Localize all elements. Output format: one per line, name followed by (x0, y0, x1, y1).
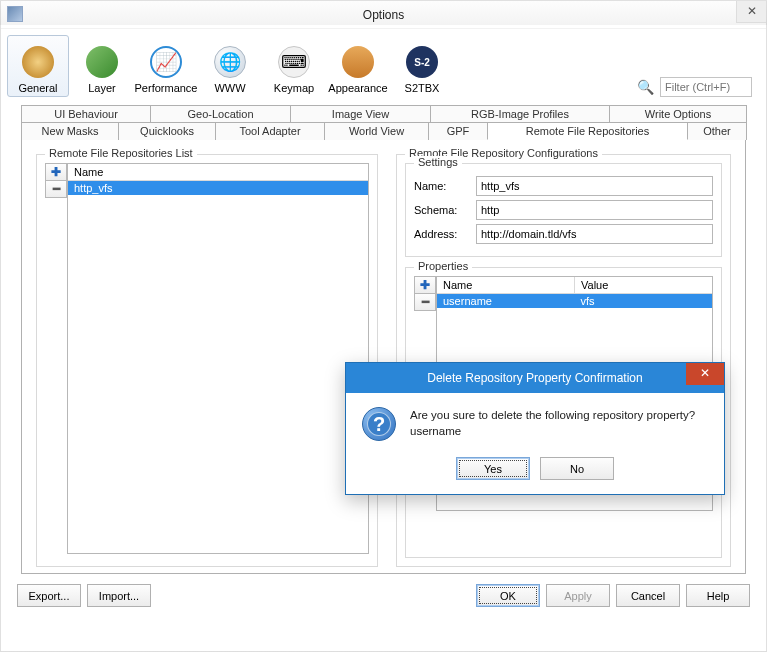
repo-remove-button[interactable]: ━ (45, 180, 67, 198)
repo-list-btns: ✚ ━ (45, 163, 67, 197)
repo-list-group: Remote File Repositories List ✚ ━ Name h… (36, 154, 378, 567)
ribbon-tab-keymap[interactable]: ⌨ Keymap (263, 35, 325, 97)
input-schema[interactable] (476, 200, 713, 220)
gear-icon (22, 46, 54, 78)
tab-ui-behaviour[interactable]: UI Behaviour (21, 105, 151, 122)
keyboard-icon: ⌨ (278, 46, 310, 78)
question-icon (362, 407, 396, 441)
prop-col-headers: Name Value (437, 277, 712, 294)
cancel-button[interactable]: Cancel (616, 584, 680, 607)
tab-row-2: New Masks Quicklooks Tool Adapter World … (21, 122, 746, 140)
prop-add-button[interactable]: ✚ (414, 276, 436, 294)
prop-name-cell: username (437, 294, 575, 308)
tab-remote-file-repositories[interactable]: Remote File Repositories (487, 122, 688, 140)
ribbon-label: General (18, 82, 57, 94)
tab-new-masks[interactable]: New Masks (21, 122, 119, 140)
confirm-dialog: Delete Repository Property Confirmation … (345, 362, 725, 495)
repo-list-legend: Remote File Repositories List (45, 147, 197, 159)
help-button[interactable]: Help (686, 584, 750, 607)
row-address: Address: (414, 224, 713, 244)
ribbon-tab-www[interactable]: 🌐 WWW (199, 35, 261, 97)
dialog-text: Are you sure to delete the following rep… (410, 407, 695, 439)
ribbon: General Layer 📈 Performance 🌐 WWW ⌨ Keym… (1, 29, 766, 99)
globe-icon: 🌐 (214, 46, 246, 78)
ribbon-label: Appearance (328, 82, 387, 94)
dialog-message: Are you sure to delete the following rep… (410, 407, 695, 423)
repo-config-group: Remote File Repository Configurations Se… (396, 154, 731, 567)
performance-icon: 📈 (150, 46, 182, 78)
dialog-buttons: Yes No (346, 447, 724, 494)
settings-group: Settings Name: Schema: Address: (405, 163, 722, 257)
dialog-title: Delete Repository Property Confirmation … (346, 363, 724, 393)
ribbon-tab-s2tbx[interactable]: S-2 S2TBX (391, 35, 453, 97)
repo-list-wrap: ✚ ━ Name http_vfs (45, 163, 369, 554)
options-window: Options ✕ General Layer 📈 Performance 🌐 … (0, 0, 767, 652)
dialog-title-text: Delete Repository Property Confirmation (427, 371, 642, 385)
dialog-no-button[interactable]: No (540, 457, 614, 480)
import-button[interactable]: Import... (87, 584, 151, 607)
tab-geo-location[interactable]: Geo-Location (150, 105, 291, 122)
repo-col-headers: Name (68, 164, 368, 181)
tab-world-view[interactable]: World View (324, 122, 429, 140)
prop-remove-button[interactable]: ━ (414, 293, 436, 311)
appearance-icon (342, 46, 374, 78)
ribbon-tab-performance[interactable]: 📈 Performance (135, 35, 197, 97)
filter-input[interactable] (660, 77, 752, 97)
apply-button[interactable]: Apply (546, 584, 610, 607)
prop-value-cell: vfs (575, 294, 713, 308)
right-pane: Remote File Repository Configurations Se… (396, 154, 731, 567)
ribbon-tab-layer[interactable]: Layer (71, 35, 133, 97)
ribbon-label: Performance (135, 82, 198, 94)
search-icon: 🔍 (637, 79, 654, 95)
window-title: Options (363, 8, 404, 22)
prop-row[interactable]: username vfs (437, 294, 712, 308)
tab-rgb-profiles[interactable]: RGB-Image Profiles (430, 105, 610, 122)
export-button[interactable]: Export... (17, 584, 81, 607)
properties-legend: Properties (414, 260, 472, 272)
prop-col-value[interactable]: Value (575, 277, 712, 294)
input-name[interactable] (476, 176, 713, 196)
tab-write-options[interactable]: Write Options (609, 105, 747, 122)
ribbon-label: Keymap (274, 82, 314, 94)
ribbon-label: S2TBX (405, 82, 440, 94)
s2tbx-icon: S-2 (406, 46, 438, 78)
label-name: Name: (414, 180, 476, 192)
dialog-close-button[interactable]: ✕ (686, 363, 724, 385)
dialog-subject: username (410, 423, 695, 439)
ribbon-tab-appearance[interactable]: Appearance (327, 35, 389, 97)
repo-name-cell: http_vfs (68, 181, 368, 195)
filter-wrap: 🔍 (637, 77, 760, 97)
titlebar: Options ✕ (1, 1, 766, 29)
tab-quicklooks[interactable]: Quicklooks (118, 122, 216, 140)
tab-other[interactable]: Other (687, 122, 747, 140)
repo-table[interactable]: Name http_vfs (67, 163, 369, 554)
window-close-button[interactable]: ✕ (736, 1, 766, 23)
dialog-yes-button[interactable]: Yes (456, 457, 530, 480)
label-schema: Schema: (414, 204, 476, 216)
row-schema: Schema: (414, 200, 713, 220)
tabs-area: UI Behaviour Geo-Location Image View RGB… (1, 99, 766, 574)
tab-body: Remote File Repositories List ✚ ━ Name h… (21, 139, 746, 574)
layer-icon (86, 46, 118, 78)
bottom-bar: Export... Import... OK Apply Cancel Help (1, 574, 766, 617)
input-address[interactable] (476, 224, 713, 244)
repo-col-name[interactable]: Name (68, 164, 368, 181)
left-pane: Remote File Repositories List ✚ ━ Name h… (36, 154, 378, 567)
label-address: Address: (414, 228, 476, 240)
ok-button[interactable]: OK (476, 584, 540, 607)
tab-tool-adapter[interactable]: Tool Adapter (215, 122, 325, 140)
dialog-body: Are you sure to delete the following rep… (346, 393, 724, 447)
row-name: Name: (414, 176, 713, 196)
prop-col-name[interactable]: Name (437, 277, 575, 294)
repo-add-button[interactable]: ✚ (45, 163, 67, 181)
ribbon-label: Layer (88, 82, 116, 94)
ribbon-tab-general[interactable]: General (7, 35, 69, 97)
settings-legend: Settings (414, 156, 462, 168)
tab-row-1: UI Behaviour Geo-Location Image View RGB… (21, 105, 746, 122)
ribbon-label: WWW (214, 82, 245, 94)
tab-gpf[interactable]: GPF (428, 122, 488, 140)
app-icon (7, 6, 23, 22)
tab-image-view[interactable]: Image View (290, 105, 431, 122)
repo-row[interactable]: http_vfs (68, 181, 368, 195)
